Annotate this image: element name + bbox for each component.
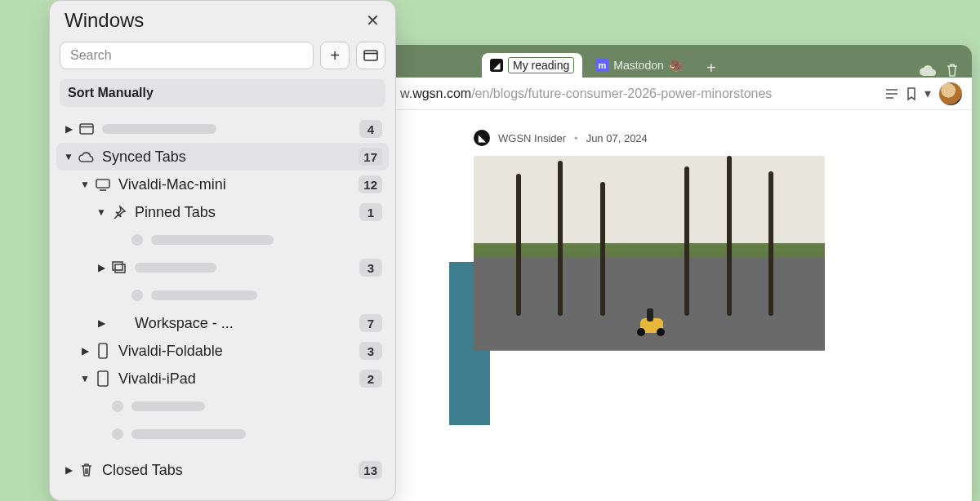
- browser-window: ◢ My reading m Mastodon 🦣 + w.wgsn.com/e…: [351, 45, 972, 501]
- svg-rect-6: [115, 264, 125, 273]
- page-content: ◣ WGSN Insider • Jun 07, 2024: [351, 110, 972, 501]
- favicon-placeholder: [112, 428, 123, 440]
- hero-image-wrap: [474, 156, 825, 414]
- windows-panel: Windows ✕ Search + Sort Manually ▶ 4 ▼: [49, 0, 396, 501]
- phone-icon: [94, 343, 112, 359]
- workspace-row[interactable]: ▶ Workspace - ... 7: [56, 309, 389, 337]
- tab-count-badge: 7: [359, 314, 382, 332]
- plus-icon: +: [330, 47, 340, 64]
- window-icon: [78, 123, 96, 135]
- search-placeholder: Search: [70, 48, 112, 63]
- svg-rect-2: [80, 124, 93, 134]
- profile-avatar[interactable]: [939, 82, 962, 105]
- pinned-tabs-row[interactable]: ▼ Pinned Tabs 1: [56, 198, 389, 226]
- tab-item[interactable]: [56, 392, 389, 420]
- device-row-ipad[interactable]: ▼ Vivaldi-iPad 2: [56, 365, 389, 392]
- scooter-illustration: [635, 312, 668, 336]
- pin-icon: [110, 206, 128, 219]
- tab-count-badge: 1: [359, 203, 382, 221]
- tab-rename-input[interactable]: My reading: [508, 57, 574, 73]
- tab-count-badge: 3: [359, 259, 382, 277]
- favicon-placeholder: [131, 234, 143, 246]
- mastodon-icon: m: [595, 59, 608, 72]
- tab-label: Mastodon: [613, 59, 663, 72]
- sort-mode-button[interactable]: Sort Manually: [60, 79, 385, 107]
- new-tab-button[interactable]: +: [701, 59, 722, 78]
- new-window-button[interactable]: [356, 42, 385, 69]
- sync-cloud-icon[interactable]: [920, 64, 936, 76]
- chevron-down-icon[interactable]: ▼: [96, 206, 107, 218]
- hero-image: [474, 156, 825, 414]
- chevron-right-icon[interactable]: ▶: [63, 464, 74, 476]
- windows-tree: ▶ 4 ▼ Synced Tabs 17 ▼ Vivaldi-Mac-mini …: [50, 112, 395, 500]
- window-icon: [363, 50, 378, 61]
- url-text: w.wgsn.com/en/blogs/future-consumer-2026…: [400, 86, 877, 101]
- chevron-right-icon[interactable]: ▶: [96, 317, 107, 329]
- svg-rect-8: [99, 344, 107, 358]
- tab-count-badge: 12: [359, 175, 382, 193]
- tab-count-badge: 3: [359, 342, 382, 360]
- synced-tabs-row[interactable]: ▼ Synced Tabs 17: [56, 143, 389, 171]
- trash-icon[interactable]: [946, 63, 959, 78]
- tab-count-badge: 4: [359, 120, 382, 138]
- row-label: Workspace - ...: [135, 315, 359, 332]
- separator-dot: •: [574, 132, 578, 144]
- svg-rect-9: [98, 371, 108, 386]
- device-row-foldable[interactable]: ▶ Vivaldi-Foldable 3: [56, 337, 389, 365]
- tab-count-badge: 17: [359, 148, 382, 166]
- row-label: Synced Tabs: [102, 149, 359, 166]
- chevron-right-icon[interactable]: ▶: [63, 123, 74, 135]
- tab-count-badge: 13: [359, 461, 382, 479]
- tab-active[interactable]: ◢ My reading: [482, 53, 582, 78]
- tab-favicon: ◢: [490, 59, 503, 72]
- row-label: Vivaldi-Foldable: [118, 343, 359, 360]
- reader-view-icon[interactable]: [885, 88, 898, 100]
- svg-rect-0: [364, 51, 377, 60]
- chevron-right-icon[interactable]: ▶: [96, 262, 107, 273]
- tab-item[interactable]: [56, 282, 389, 309]
- article-date: Jun 07, 2024: [586, 132, 648, 144]
- chevron-down-icon[interactable]: ▼: [79, 179, 91, 190]
- svg-rect-7: [113, 262, 122, 270]
- tab-count-badge: 2: [359, 370, 382, 388]
- tab-strip: ◢ My reading m Mastodon 🦣 +: [351, 45, 972, 78]
- article-byline: ◣ WGSN Insider • Jun 07, 2024: [474, 130, 972, 146]
- window-row[interactable]: ▶ 4: [56, 115, 389, 143]
- device-row-mac[interactable]: ▼ Vivaldi-Mac-mini 12: [56, 171, 389, 198]
- cloud-icon: [78, 151, 96, 162]
- favicon-placeholder: [112, 401, 123, 412]
- bookmark-icon[interactable]: [906, 87, 916, 100]
- add-button[interactable]: +: [320, 42, 350, 69]
- dropdown-icon[interactable]: ▾: [924, 86, 931, 101]
- tab-mastodon[interactable]: m Mastodon 🦣: [587, 53, 690, 78]
- mammoth-emoji: 🦣: [669, 59, 683, 72]
- panel-title: Windows: [65, 9, 144, 32]
- row-label: Closed Tabs: [102, 462, 359, 479]
- close-icon[interactable]: ✕: [363, 11, 382, 30]
- stack-icon: [110, 261, 128, 274]
- row-label: Vivaldi-Mac-mini: [118, 176, 359, 193]
- trash-icon: [78, 463, 96, 477]
- row-label: Pinned Tabs: [135, 204, 359, 221]
- chevron-down-icon[interactable]: ▼: [63, 151, 74, 162]
- hero-accent-block: [449, 262, 490, 425]
- favicon-placeholder: [131, 290, 143, 301]
- closed-tabs-row[interactable]: ▶ Closed Tabs 13: [56, 456, 389, 484]
- publisher-logo: ◣: [474, 130, 490, 146]
- publisher-name: WGSN Insider: [498, 132, 566, 144]
- desktop-icon: [94, 178, 112, 191]
- chevron-right-icon[interactable]: ▶: [79, 345, 91, 357]
- tab-stack-row[interactable]: ▶ 3: [56, 254, 389, 282]
- tab-item[interactable]: [56, 420, 389, 448]
- tab-item[interactable]: [56, 226, 389, 254]
- row-label: Vivaldi-iPad: [118, 370, 359, 388]
- search-input[interactable]: Search: [60, 42, 314, 69]
- svg-rect-4: [96, 180, 109, 188]
- chevron-down-icon[interactable]: ▼: [79, 373, 91, 384]
- address-bar[interactable]: w.wgsn.com/en/blogs/future-consumer-2026…: [351, 78, 972, 110]
- tablet-icon: [94, 370, 112, 387]
